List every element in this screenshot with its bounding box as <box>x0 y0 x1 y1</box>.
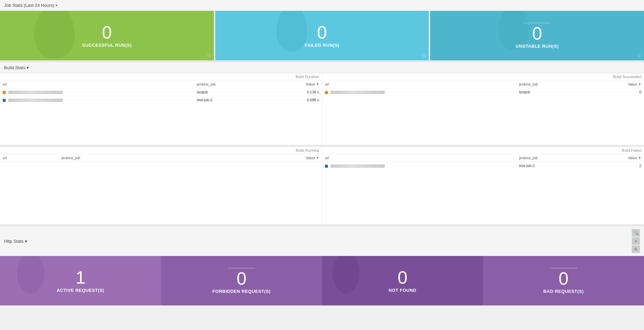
http-stat-cards-row: 1 ACTIVE REQUEST(S) 0 FORBIDDEN REQUEST(… <box>0 256 644 305</box>
build-duration-header: Build Duration <box>0 73 322 80</box>
col-url: url <box>322 80 516 88</box>
not-found-value: 0 <box>397 269 407 286</box>
empty-area <box>322 170 644 224</box>
col-url: url <box>0 154 59 162</box>
dot-orange-icon <box>325 91 328 94</box>
blurred-url <box>330 91 385 94</box>
empty-area <box>0 104 322 145</box>
not-found-label: NOT FOUND <box>389 288 417 293</box>
zoom-percent-button[interactable]: % <box>632 245 640 253</box>
col-value: Value ▼ <box>207 154 322 162</box>
card-blob <box>34 11 75 59</box>
col-value: Value ▼ <box>588 154 644 162</box>
build-stats-row-2: Build Running url jenkins_job Value ▼ Bu… <box>0 147 644 226</box>
col-jenkins-job: jenkins_job <box>194 80 266 88</box>
col-jenkins-job: jenkins_job <box>516 80 588 88</box>
forbidden-requests-label: FORBIDDEN REQUEST(S) <box>213 289 271 294</box>
http-stats-header: Http Stats ▾ 🔍 + % <box>0 226 644 256</box>
value-cell: 0.088 s <box>266 96 322 104</box>
job-cell: test-job-2 <box>516 162 588 170</box>
empty-area <box>322 96 644 137</box>
build-stats-title: Build Stats <box>4 65 25 70</box>
empty-area <box>0 162 322 216</box>
url-cell <box>322 162 516 170</box>
sort-arrow-icon: ▼ <box>316 156 319 160</box>
col-value: Value ▼ <box>266 80 322 88</box>
build-running-table: url jenkins_job Value ▼ <box>0 154 322 162</box>
blurred-url <box>330 164 385 168</box>
col-url: url <box>0 80 194 88</box>
col-jenkins-job: jenkins_job <box>516 154 588 162</box>
table-row: test-job-2 2 <box>322 162 644 170</box>
col-url: url <box>322 154 516 162</box>
forbidden-requests-card: 0 FORBIDDEN REQUEST(S) <box>161 256 322 305</box>
col-value: Value ▼ <box>588 80 644 88</box>
card-blob <box>332 256 360 294</box>
http-stats-title: Http Stats <box>4 239 23 244</box>
dot-blue-icon <box>325 165 328 168</box>
forbidden-requests-value: 0 <box>237 270 247 287</box>
http-stats-title-group: Http Stats ▾ <box>4 239 27 244</box>
successful-runs-card: 0 SUCCESSFUL RUN(S) ⓘ <box>0 11 214 60</box>
build-running-header: Build Running <box>0 147 322 154</box>
build-failed-header: Build Failed <box>322 147 644 154</box>
sort-arrow-icon: ▼ <box>638 156 641 160</box>
build-failed-panel: Build Failed url jenkins_job Value ▼ <box>322 147 644 224</box>
active-requests-card: 1 ACTIVE REQUEST(S) <box>0 256 161 305</box>
job-stats-title: Job Stats (Last 24 Hours) <box>4 3 54 8</box>
bad-requests-card: 0 BAD REQUEST(S) <box>483 256 644 305</box>
value-cell: 0 <box>588 88 644 96</box>
failed-runs-label: FAILED RUN(S) <box>305 43 340 48</box>
successful-runs-value: 0 <box>102 24 112 41</box>
unstable-runs-value: 0 <box>532 25 542 42</box>
dot-orange-icon <box>3 91 6 94</box>
not-found-card: 0 NOT FOUND <box>322 256 483 305</box>
build-running-panel: Build Running url jenkins_job Value ▼ <box>0 147 322 224</box>
url-cell <box>0 88 194 96</box>
failed-runs-card: 0 FAILED RUN(S) ⓘ <box>215 11 429 60</box>
table-row: testjob 0 <box>322 88 644 96</box>
job-cell: testjob <box>516 88 588 96</box>
build-stats-row-1: Build Duration url jenkins_job Value ▼ <box>0 73 644 147</box>
successful-runs-label: SUCCESSFUL RUN(S) <box>82 43 132 48</box>
http-stats-chevron[interactable]: ▾ <box>25 239 27 244</box>
sort-arrow-icon: ▼ <box>316 82 319 86</box>
table-row: test-job-2 0.088 s <box>0 96 322 104</box>
info-icon: ⓘ <box>207 53 211 58</box>
url-cell <box>0 96 194 104</box>
build-failed-table: url jenkins_job Value ▼ test-job-2 2 <box>322 154 644 170</box>
build-succeeded-table: url jenkins_job Value ▼ testjob 0 <box>322 80 644 96</box>
info-icon: ⓘ <box>422 53 426 58</box>
table-row: testjob 0.136 s <box>0 88 322 96</box>
build-duration-panel: Build Duration url jenkins_job Value ▼ <box>0 73 322 145</box>
dot-blue-icon <box>3 99 6 102</box>
stat-line <box>550 268 577 268</box>
zoom-in-button[interactable]: + <box>632 237 640 245</box>
bad-requests-label: BAD REQUEST(S) <box>543 289 584 294</box>
zoom-controls: 🔍 + % <box>632 229 640 253</box>
search-button[interactable]: 🔍 <box>632 229 640 237</box>
blurred-url <box>8 91 63 94</box>
build-duration-table: url jenkins_job Value ▼ testjob 0.136 s <box>0 80 322 104</box>
stat-line <box>228 268 255 268</box>
job-cell: test-job-2 <box>194 96 266 104</box>
active-requests-label: ACTIVE REQUEST(S) <box>57 288 104 293</box>
job-stats-chevron[interactable]: ▾ <box>56 3 57 7</box>
stat-line <box>523 23 551 23</box>
col-jenkins-job: jenkins_job <box>59 154 207 162</box>
unstable-runs-label: UNSTABLE RUN(S) <box>516 44 559 49</box>
job-cell: testjob <box>194 88 266 96</box>
card-blob <box>277 11 307 52</box>
build-stats-chevron[interactable]: ▾ <box>27 65 29 70</box>
build-succeeded-header: Build Succeeded <box>322 73 644 80</box>
job-stat-cards-row: 0 SUCCESSFUL RUN(S) ⓘ 0 FAILED RUN(S) ⓘ … <box>0 11 644 60</box>
unstable-runs-card: 0 UNSTABLE RUN(S) ⓘ <box>430 11 644 60</box>
sort-arrow-icon: ▼ <box>638 82 641 86</box>
bad-requests-value: 0 <box>559 270 568 287</box>
value-cell: 0.136 s <box>266 88 322 96</box>
build-succeeded-panel: Build Succeeded url jenkins_job Value ▼ <box>322 73 644 145</box>
failed-runs-value: 0 <box>317 24 327 41</box>
job-stats-header: Job Stats (Last 24 Hours) ▾ <box>0 0 644 11</box>
url-cell <box>322 88 516 96</box>
build-stats-header: Build Stats ▾ <box>0 60 644 73</box>
